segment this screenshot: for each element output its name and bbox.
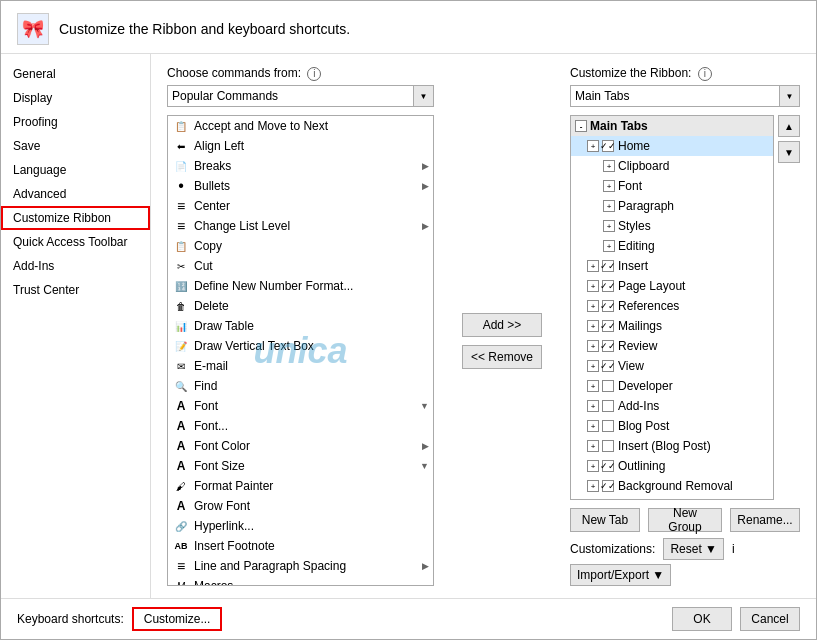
ribbon-checkbox[interactable]: ✓: [602, 360, 614, 372]
sidebar-item-add-ins[interactable]: Add-Ins: [1, 254, 150, 278]
ribbon-list-container[interactable]: -Main Tabs+✓Home+Clipboard+Font+Paragrap…: [570, 115, 774, 500]
ribbon-expand-btn[interactable]: +: [587, 380, 599, 392]
command-item[interactable]: 🗑Delete: [168, 296, 433, 316]
cancel-button[interactable]: Cancel: [740, 607, 800, 631]
ribbon-item-blog-post[interactable]: +Blog Post: [571, 416, 773, 436]
ribbon-expand-btn[interactable]: +: [587, 480, 599, 492]
customizations-info-icon[interactable]: i: [732, 542, 735, 556]
ribbon-checkbox[interactable]: ✓: [602, 340, 614, 352]
command-item[interactable]: ≡Change List Level▶: [168, 216, 433, 236]
add-button[interactable]: Add >>: [462, 313, 542, 337]
ribbon-checkbox[interactable]: [602, 420, 614, 432]
command-item[interactable]: AFont▼: [168, 396, 433, 416]
command-item[interactable]: ✉E-mail: [168, 356, 433, 376]
ribbon-dropdown-btn[interactable]: ▼: [780, 85, 800, 107]
ribbon-expand-btn[interactable]: +: [603, 180, 615, 192]
sidebar-item-proofing[interactable]: Proofing: [1, 110, 150, 134]
ribbon-item-paragraph[interactable]: +Paragraph: [571, 196, 773, 216]
ribbon-expand-btn[interactable]: +: [603, 160, 615, 172]
keyboard-customize-button[interactable]: Customize...: [132, 607, 223, 631]
sidebar-item-language[interactable]: Language: [1, 158, 150, 182]
command-item[interactable]: 🔍Find: [168, 376, 433, 396]
sidebar-item-advanced[interactable]: Advanced: [1, 182, 150, 206]
ribbon-item-references[interactable]: +✓References: [571, 296, 773, 316]
ribbon-checkbox[interactable]: [602, 380, 614, 392]
ribbon-expand-btn[interactable]: +: [603, 200, 615, 212]
ribbon-checkbox[interactable]: ✓: [602, 300, 614, 312]
ribbon-checkbox[interactable]: [602, 400, 614, 412]
ribbon-item-review[interactable]: +✓Review: [571, 336, 773, 356]
choose-commands-dropdown-btn[interactable]: ▼: [414, 85, 434, 107]
choose-commands-dropdown[interactable]: Popular Commands: [167, 85, 414, 107]
command-item[interactable]: ⬅Align Left: [168, 136, 433, 156]
command-item[interactable]: AFont Size▼: [168, 456, 433, 476]
ribbon-item-page-layout[interactable]: +✓Page Layout: [571, 276, 773, 296]
ribbon-expand-btn[interactable]: +: [587, 460, 599, 472]
ribbon-expand-btn[interactable]: +: [587, 260, 599, 272]
command-item[interactable]: 🖌Format Painter: [168, 476, 433, 496]
ribbon-item-outlining[interactable]: +✓Outlining: [571, 456, 773, 476]
ribbon-expand-btn[interactable]: +: [587, 440, 599, 452]
ok-button[interactable]: OK: [672, 607, 732, 631]
ribbon-expand-btn[interactable]: +: [587, 320, 599, 332]
command-item[interactable]: 📋Accept and Move to Next: [168, 116, 433, 136]
ribbon-expand-btn[interactable]: +: [587, 140, 599, 152]
ribbon-checkbox[interactable]: [602, 440, 614, 452]
ribbon-expand-btn[interactable]: +: [587, 280, 599, 292]
sidebar-item-display[interactable]: Display: [1, 86, 150, 110]
ribbon-expand-btn[interactable]: +: [587, 400, 599, 412]
move-up-button[interactable]: ▲: [778, 115, 800, 137]
ribbon-item-clipboard[interactable]: +Clipboard: [571, 156, 773, 176]
ribbon-expand-btn[interactable]: +: [587, 360, 599, 372]
ribbon-item-mailings[interactable]: +✓Mailings: [571, 316, 773, 336]
ribbon-item-view[interactable]: +✓View: [571, 356, 773, 376]
command-item[interactable]: 📄Breaks▶: [168, 156, 433, 176]
command-item[interactable]: AGrow Font: [168, 496, 433, 516]
ribbon-expand-btn[interactable]: -: [575, 120, 587, 132]
ribbon-item-insert[interactable]: +✓Insert: [571, 256, 773, 276]
command-item[interactable]: 📝Draw Vertical Text Box: [168, 336, 433, 356]
ribbon-item-home[interactable]: +✓Home: [571, 136, 773, 156]
command-item[interactable]: 🔗Hyperlink...: [168, 516, 433, 536]
command-item[interactable]: AFont Color▶: [168, 436, 433, 456]
sidebar-item-customize-ribbon[interactable]: Customize Ribbon: [1, 206, 150, 230]
command-item[interactable]: ≡Line and Paragraph Spacing▶: [168, 556, 433, 576]
command-item[interactable]: ≡Center: [168, 196, 433, 216]
ribbon-expand-btn[interactable]: +: [587, 340, 599, 352]
ribbon-expand-btn[interactable]: +: [603, 220, 615, 232]
command-item[interactable]: MMacros: [168, 576, 433, 585]
ribbon-checkbox[interactable]: ✓: [602, 320, 614, 332]
commands-list[interactable]: 📋Accept and Move to Next⬅Align Left📄Brea…: [168, 116, 433, 585]
ribbon-expand-btn[interactable]: +: [603, 240, 615, 252]
ribbon-checkbox[interactable]: ✓: [602, 260, 614, 272]
new-tab-button[interactable]: New Tab: [570, 508, 640, 532]
sidebar-item-general[interactable]: General: [1, 62, 150, 86]
ribbon-item-styles[interactable]: +Styles: [571, 216, 773, 236]
sidebar-item-trust-center[interactable]: Trust Center: [1, 278, 150, 302]
ribbon-header[interactable]: -Main Tabs: [571, 116, 773, 136]
ribbon-expand-btn[interactable]: +: [587, 420, 599, 432]
ribbon-dropdown[interactable]: Main Tabs: [570, 85, 780, 107]
sidebar-item-quick-access[interactable]: Quick Access Toolbar: [1, 230, 150, 254]
import-export-button[interactable]: Import/Export ▼: [570, 564, 671, 586]
new-group-button[interactable]: New Group: [648, 508, 722, 532]
command-item[interactable]: ABInsert Footnote: [168, 536, 433, 556]
ribbon-checkbox[interactable]: ✓: [602, 460, 614, 472]
rename-button[interactable]: Rename...: [730, 508, 800, 532]
ribbon-item-add-ins[interactable]: +Add-Ins: [571, 396, 773, 416]
remove-button[interactable]: << Remove: [462, 345, 542, 369]
ribbon-checkbox[interactable]: ✓: [602, 140, 614, 152]
command-item[interactable]: •Bullets▶: [168, 176, 433, 196]
ribbon-item-font[interactable]: +Font: [571, 176, 773, 196]
sidebar-item-save[interactable]: Save: [1, 134, 150, 158]
ribbon-checkbox[interactable]: ✓: [602, 280, 614, 292]
reset-button[interactable]: Reset ▼: [663, 538, 724, 560]
command-item[interactable]: ✂Cut: [168, 256, 433, 276]
move-down-button[interactable]: ▼: [778, 141, 800, 163]
ribbon-expand-btn[interactable]: +: [587, 300, 599, 312]
command-item[interactable]: AFont...: [168, 416, 433, 436]
ribbon-checkbox[interactable]: ✓: [602, 480, 614, 492]
command-item[interactable]: 📊Draw Table: [168, 316, 433, 336]
choose-commands-info-icon[interactable]: i: [307, 67, 321, 81]
command-item[interactable]: 📋Copy: [168, 236, 433, 256]
